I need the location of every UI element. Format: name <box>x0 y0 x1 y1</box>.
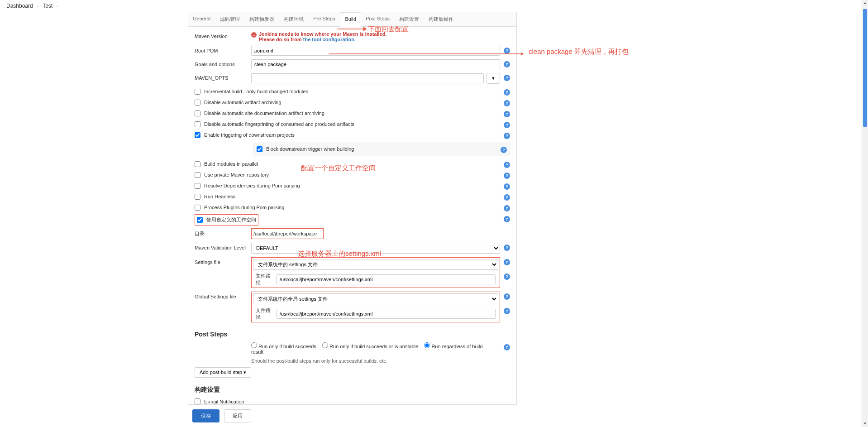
enable-triggering-check[interactable] <box>195 132 200 138</box>
disable-fingerprint-check[interactable] <box>195 121 200 127</box>
disable-site-label: Disable automatic site documentation art… <box>204 110 500 116</box>
global-settings-label: Global Settings file <box>195 292 251 299</box>
help-icon[interactable]: ? <box>504 245 510 251</box>
post-steps-heading: Post Steps <box>195 331 510 338</box>
global-settings-select[interactable]: 文件系统中的全局 settings 文件 <box>253 293 498 304</box>
private-repo-label: Use private Maven repository <box>204 172 500 178</box>
help-icon[interactable]: ? <box>504 100 510 106</box>
custom-workspace-label: 使用自定义的工作空间 <box>206 216 256 223</box>
breadcrumb-dashboard[interactable]: Dashboard <box>6 3 33 9</box>
disable-site-check[interactable] <box>195 110 200 116</box>
parallel-check[interactable] <box>195 161 200 167</box>
help-icon[interactable]: ? <box>504 308 510 314</box>
add-post-build-step-button[interactable]: Add post-build step ▾ <box>195 367 251 378</box>
block-downstream-check[interactable] <box>257 146 262 152</box>
maven-warning: – Jenkins needs to know where your Maven… <box>251 31 510 42</box>
help-icon[interactable]: ? <box>504 183 510 190</box>
resolve-deps-check[interactable] <box>195 183 200 189</box>
radio-unstable[interactable] <box>322 342 328 348</box>
custom-workspace-check[interactable] <box>197 217 203 223</box>
block-downstream-label: Block downstream trigger when building <box>266 146 497 152</box>
help-icon[interactable]: ? <box>504 61 510 67</box>
apply-button[interactable]: 应用 <box>224 409 251 422</box>
file-path-label: 文件路径 <box>256 307 274 321</box>
parallel-label: Build modules in parallel <box>204 161 500 167</box>
incremental-label: Incremental build - only build changed m… <box>204 89 500 94</box>
scroll-down-icon[interactable]: ▼ <box>862 421 868 427</box>
help-icon[interactable]: ? <box>504 216 510 222</box>
action-bar: 保存 应用 <box>188 404 517 427</box>
warn-text-1: Jenkins needs to know where your Maven i… <box>259 31 386 37</box>
directory-label: 目录 <box>195 228 251 237</box>
chevron-right-icon: › <box>57 4 58 9</box>
help-icon[interactable]: ? <box>504 344 510 350</box>
global-path-input[interactable] <box>277 309 496 319</box>
post-steps-radio-group: Run only if build succeeds Run only if b… <box>251 342 500 355</box>
scrollbar-thumb[interactable] <box>863 9 867 127</box>
help-icon[interactable]: ? <box>504 293 510 300</box>
root-pom-label: Root POM <box>195 46 251 53</box>
tab-post-build[interactable]: 构建后操作 <box>424 12 458 26</box>
config-tabs: General 源码管理 构建触发器 构建环境 Pre Steps Build … <box>188 12 516 27</box>
tool-config-link[interactable]: the tool configuration. <box>303 37 356 42</box>
validation-select[interactable]: DEFAULT <box>251 243 500 254</box>
chevron-right-icon: › <box>37 4 38 9</box>
disable-archiving-label: Disable automatic artifact archiving <box>204 100 500 105</box>
expand-button[interactable]: ▼ <box>486 73 500 84</box>
goals-input[interactable] <box>251 59 500 69</box>
email-label: E-mail Notification <box>204 399 510 404</box>
scroll-up-icon[interactable]: ▲ <box>862 0 868 6</box>
process-plugins-check[interactable] <box>195 205 200 211</box>
build-settings-heading: 构建设置 <box>195 386 510 394</box>
tab-scm[interactable]: 源码管理 <box>215 12 245 26</box>
tab-build[interactable]: Build <box>340 12 361 27</box>
maven-version-label: Maven Version <box>195 31 251 39</box>
help-icon[interactable]: ? <box>504 75 510 81</box>
error-icon: – <box>251 32 257 38</box>
help-icon[interactable]: ? <box>504 89 510 96</box>
private-repo-check[interactable] <box>195 172 200 178</box>
help-icon[interactable]: ? <box>504 48 510 54</box>
help-icon[interactable]: ? <box>501 147 507 153</box>
headless-label: Run Headless <box>204 194 500 199</box>
help-icon[interactable]: ? <box>504 133 510 139</box>
breadcrumb-test[interactable]: Test <box>43 3 52 9</box>
tab-pre-steps[interactable]: Pre Steps <box>309 12 340 26</box>
help-icon[interactable]: ? <box>504 205 510 211</box>
email-check[interactable] <box>195 398 200 404</box>
help-icon[interactable]: ? <box>504 122 510 128</box>
disable-archiving-check[interactable] <box>195 100 200 106</box>
radio-regardless[interactable] <box>424 342 430 348</box>
goals-label: Goals and options <box>195 59 251 67</box>
tab-post-steps[interactable]: Post Steps <box>361 12 395 26</box>
root-pom-input[interactable] <box>251 46 500 56</box>
config-panel: General 源码管理 构建触发器 构建环境 Pre Steps Build … <box>188 12 517 427</box>
scrollbar[interactable]: ▲ ▼ <box>862 0 868 427</box>
help-icon[interactable]: ? <box>504 173 510 179</box>
tab-env[interactable]: 构建环境 <box>279 12 309 26</box>
maven-opts-input[interactable] <box>251 73 484 83</box>
file-path-label: 文件路径 <box>256 273 274 286</box>
settings-file-select[interactable]: 文件系统中的 settings 文件 <box>253 259 498 270</box>
help-icon[interactable]: ? <box>504 162 510 168</box>
radio-success[interactable] <box>251 342 257 348</box>
tab-build-settings[interactable]: 构建设置 <box>395 12 424 26</box>
validation-label: Maven Validation Level <box>195 243 251 250</box>
save-button[interactable]: 保存 <box>192 409 219 422</box>
help-icon[interactable]: ? <box>504 194 510 201</box>
settings-path-input[interactable] <box>277 274 496 284</box>
process-plugins-label: Process Plugins during Pom parsing <box>204 205 500 210</box>
warn-text-2: Please do so from <box>259 37 303 42</box>
tab-general[interactable]: General <box>188 12 215 26</box>
settings-file-label: Settings file <box>195 257 251 265</box>
help-icon[interactable]: ? <box>504 259 510 265</box>
help-icon[interactable]: ? <box>504 273 510 280</box>
disable-fingerprint-label: Disable automatic fingerprinting of cons… <box>204 121 500 127</box>
enable-triggering-label: Enable triggering of downstream projects <box>204 132 500 138</box>
tab-triggers[interactable]: 构建触发器 <box>245 12 279 26</box>
incremental-check[interactable] <box>195 89 200 95</box>
post-steps-desc: Should the post-build steps run only for… <box>251 358 500 364</box>
help-icon[interactable]: ? <box>504 111 510 117</box>
headless-check[interactable] <box>195 194 200 200</box>
breadcrumb: Dashboard › Test › <box>0 0 868 12</box>
